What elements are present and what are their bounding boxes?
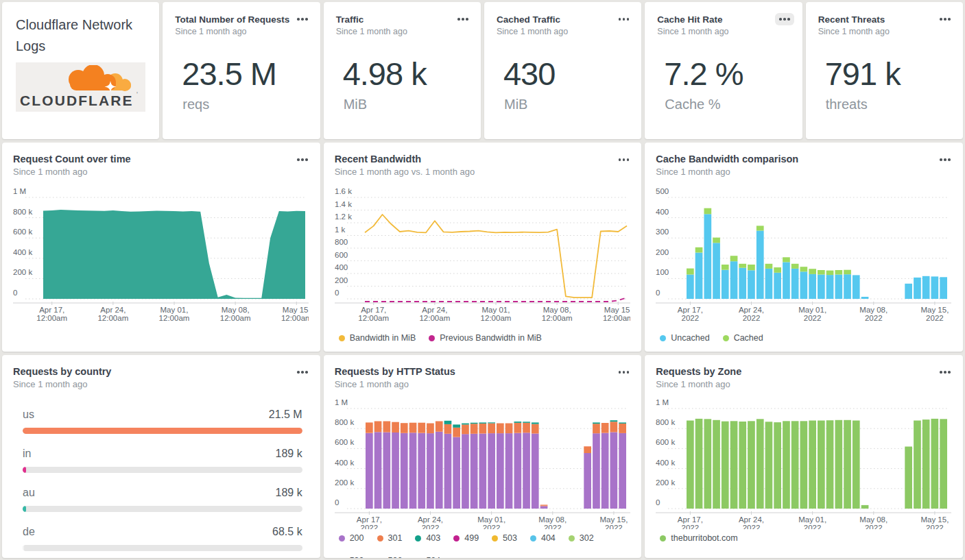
legend-item[interactable]: Cached xyxy=(723,333,763,343)
legend-item[interactable]: Bandwidth in MiB xyxy=(339,333,416,343)
panel-menu-button[interactable] xyxy=(615,154,634,166)
panel-subtitle: Since 1 month ago xyxy=(656,379,952,389)
cache-bandwidth-chart[interactable]: 5004003002001000Apr 17,2022Apr 24,2022Ma… xyxy=(656,181,951,329)
cloudflare-logo: CLOUDFLARE ' xyxy=(16,62,145,112)
legend-item[interactable]: 524 xyxy=(415,556,440,558)
svg-text:12:00am: 12:00am xyxy=(419,314,450,322)
zone-chart[interactable]: 1 M800 k600 k400 k200 k0Apr 17,2022Apr 2… xyxy=(656,393,951,529)
country-row-in: in 189 k xyxy=(23,448,302,473)
panel-menu-button[interactable] xyxy=(936,154,955,166)
recent-bandwidth-chart[interactable]: 1.6 k1.4 k1.2 k1 k8006004002000Apr 17,12… xyxy=(335,181,630,329)
legend-item[interactable]: 200 xyxy=(339,533,364,543)
svg-text:1.4 k: 1.4 k xyxy=(335,200,352,208)
stat-value: 7.2 % xyxy=(664,55,789,93)
svg-text:0: 0 xyxy=(335,289,339,297)
panel-requests-by-country: Requests by country Since 1 month ago us… xyxy=(2,355,320,558)
stat-unit: threats xyxy=(826,97,951,112)
stat-card-total-requests: Total Number of Requests Since 1 month a… xyxy=(163,2,320,139)
legend-dot-icon xyxy=(723,335,729,341)
stat-title: Cache Hit Rate xyxy=(657,14,789,25)
svg-text:Apr 24,: Apr 24, xyxy=(739,306,764,314)
legend-label: 403 xyxy=(426,533,440,543)
country-bar-track xyxy=(23,428,302,434)
svg-text:Apr 24,: Apr 24, xyxy=(100,306,126,314)
legend-item[interactable]: 503 xyxy=(492,533,517,543)
stat-unit: Cache % xyxy=(665,97,789,112)
legend-item[interactable]: 526 xyxy=(377,556,403,558)
svg-text:2022: 2022 xyxy=(682,314,700,322)
panel-cache-bandwidth: Cache Bandwidth comparison Since 1 month… xyxy=(645,143,963,352)
panel-menu-button[interactable] xyxy=(615,13,634,25)
panel-recent-bandwidth: Recent Bandwidth Since 1 month ago vs. 1… xyxy=(324,143,642,352)
panel-title: Requests by Zone xyxy=(656,366,952,377)
svg-text:0: 0 xyxy=(13,289,17,297)
country-label: in xyxy=(23,448,31,460)
panel-menu-button[interactable] xyxy=(293,154,312,166)
legend-item[interactable]: Uncached xyxy=(660,333,709,343)
svg-text:2022: 2022 xyxy=(743,524,761,529)
dashboard-grid: Cloudflare Network Logs CLOUDFLARE ' Tot… xyxy=(0,0,965,556)
request-count-chart[interactable]: 1 M800 k600 k400 k200 k0Apr 17,12:00amAp… xyxy=(13,181,309,329)
svg-text:2022: 2022 xyxy=(482,524,500,529)
legend-item[interactable]: 302 xyxy=(569,533,594,543)
legend-item[interactable]: 404 xyxy=(530,533,556,543)
panel-menu-button[interactable] xyxy=(615,366,634,378)
svg-text:1 M: 1 M xyxy=(656,398,669,406)
page-title: Cloudflare Network Logs xyxy=(16,14,145,57)
legend-label: 301 xyxy=(388,533,403,543)
legend-item[interactable]: 499 xyxy=(453,533,479,543)
http-status-chart[interactable]: 1 M800 k600 k400 k200 k0Apr 17,2022Apr 2… xyxy=(335,393,630,529)
svg-text:12:00am: 12:00am xyxy=(159,314,190,322)
legend-item[interactable]: 403 xyxy=(415,533,440,543)
svg-text:May 08,: May 08, xyxy=(860,306,888,314)
svg-text:800 k: 800 k xyxy=(656,418,675,426)
panel-subtitle: Since 1 month ago xyxy=(13,167,309,177)
legend-dot-icon xyxy=(492,535,498,541)
legend-item[interactable]: 301 xyxy=(377,533,403,543)
svg-text:200: 200 xyxy=(656,248,669,256)
legend-dot-icon xyxy=(429,335,435,341)
svg-text:1 M: 1 M xyxy=(13,187,26,195)
panel-menu-button[interactable] xyxy=(936,13,955,25)
legend-item[interactable]: 530 xyxy=(339,556,364,558)
svg-text:': ' xyxy=(136,91,138,99)
legend-item[interactable]: Previous Bandwidth in MiB xyxy=(429,333,542,343)
svg-text:12:00am: 12:00am xyxy=(281,314,309,322)
svg-text:2022: 2022 xyxy=(605,524,623,529)
svg-text:2022: 2022 xyxy=(743,314,761,322)
legend-dot-icon xyxy=(377,535,383,541)
panel-menu-button[interactable] xyxy=(936,366,955,378)
stat-subtitle: Since 1 month ago xyxy=(497,27,629,36)
dashboard-title-card: Cloudflare Network Logs CLOUDFLARE ' xyxy=(2,2,159,139)
svg-text:600 k: 600 k xyxy=(13,228,32,236)
country-row-au: au 189 k xyxy=(23,487,302,512)
svg-text:1 k: 1 k xyxy=(335,226,346,234)
svg-text:Apr 17,: Apr 17, xyxy=(356,515,381,524)
svg-text:12:00am: 12:00am xyxy=(358,314,389,322)
svg-text:300: 300 xyxy=(656,228,669,236)
legend-label: 503 xyxy=(503,533,517,543)
svg-text:May 01,: May 01, xyxy=(799,306,827,314)
legend-label: 302 xyxy=(580,533,594,543)
panel-menu-button[interactable] xyxy=(293,366,312,378)
legend-item[interactable]: theburritobot.com xyxy=(660,533,737,543)
chart-legend: 200301403499503404302530526524 xyxy=(339,533,631,558)
svg-text:2022: 2022 xyxy=(804,524,822,529)
panel-menu-button[interactable] xyxy=(293,13,312,25)
country-bar-fill xyxy=(23,467,26,473)
svg-text:800 k: 800 k xyxy=(335,418,354,426)
stat-card-traffic: Traffic Since 1 month ago 4.98 k MiB xyxy=(324,2,481,139)
svg-text:1 M: 1 M xyxy=(335,398,348,406)
svg-text:May 15,: May 15, xyxy=(921,515,949,524)
stat-value: 430 xyxy=(503,55,629,93)
chart-legend: theburritobot.com xyxy=(660,533,952,543)
panel-menu-button[interactable] xyxy=(453,13,473,25)
chart-legend: Bandwidth in MiBPrevious Bandwidth in Mi… xyxy=(339,333,631,343)
cloudflare-logo-text: CLOUDFLARE xyxy=(20,93,134,108)
legend-dot-icon xyxy=(530,535,536,541)
panel-request-count: Request Count over time Since 1 month ag… xyxy=(2,143,320,352)
svg-text:12:00am: 12:00am xyxy=(220,314,251,322)
legend-dot-icon xyxy=(415,535,421,541)
country-bar-fill xyxy=(23,428,302,434)
panel-menu-button[interactable] xyxy=(775,13,794,25)
